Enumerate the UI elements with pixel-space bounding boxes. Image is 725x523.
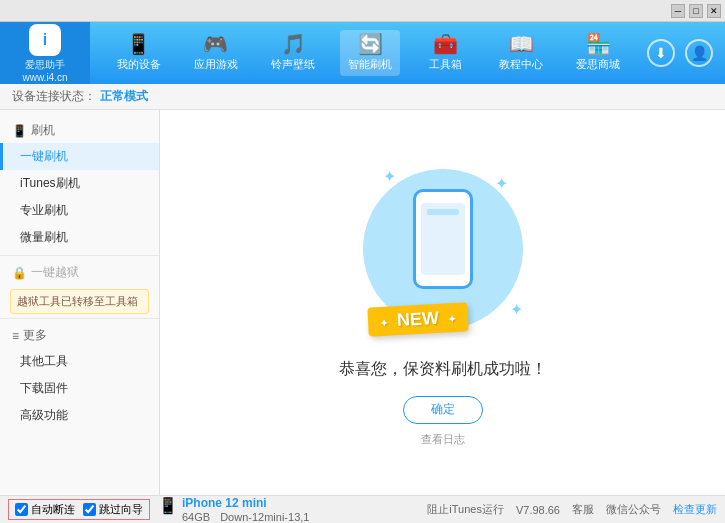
status-value: 正常模式 — [100, 88, 148, 105]
nav-bar: 📱 我的设备 🎮 应用游戏 🎵 铃声壁纸 🔄 智能刷机 🧰 工具箱 📖 教程中心… — [90, 22, 647, 84]
more-section-label: 更多 — [23, 327, 47, 344]
sidebar-item-one-click-flash[interactable]: 一键刷机 — [0, 143, 159, 170]
device-info: 📱 iPhone 12 mini 64GB Down-12mini-13,1 — [158, 496, 309, 524]
nav-toolbox[interactable]: 🧰 工具箱 — [418, 30, 474, 76]
jailbreak-warning-text: 越狱工具已转移至工具箱 — [17, 295, 138, 307]
phone-screen — [421, 203, 465, 275]
other-tools-label: 其他工具 — [20, 354, 68, 368]
micro-flash-label: 微量刷机 — [20, 230, 68, 244]
itunes-flash-label: iTunes刷机 — [20, 176, 80, 190]
nav-tutorial[interactable]: 📖 教程中心 — [491, 30, 551, 76]
sparkle-2: ✦ — [495, 174, 508, 193]
advanced-label: 高级功能 — [20, 408, 68, 422]
nav-app-game-label: 应用游戏 — [194, 57, 238, 72]
tutorial-icon: 📖 — [509, 34, 534, 54]
auto-disconnect-label: 自动断连 — [31, 502, 75, 517]
nav-tutorial-label: 教程中心 — [499, 57, 543, 72]
nav-ringtone-label: 铃声壁纸 — [271, 57, 315, 72]
check-update-link[interactable]: 检查更新 — [673, 502, 717, 517]
smart-flash-icon: 🔄 — [358, 34, 383, 54]
sidebar-item-advanced[interactable]: 高级功能 — [0, 402, 159, 429]
bottom-bar: 自动断连 跳过向导 📱 iPhone 12 mini 64GB Down-12m… — [0, 495, 725, 523]
nav-my-device-label: 我的设备 — [117, 57, 161, 72]
sidebar-item-other-tools[interactable]: 其他工具 — [0, 348, 159, 375]
phone-body — [413, 189, 473, 289]
new-badge: NEW — [367, 302, 468, 336]
nav-toolbox-label: 工具箱 — [429, 57, 462, 72]
device-text: iPhone 12 mini 64GB Down-12mini-13,1 — [182, 496, 309, 524]
close-button[interactable]: ✕ — [707, 4, 721, 18]
auto-disconnect-input[interactable] — [15, 503, 28, 516]
header-right: ⬇ 👤 — [647, 39, 725, 67]
header: i 爱思助手 www.i4.cn 📱 我的设备 🎮 应用游戏 🎵 铃声壁纸 🔄 … — [0, 22, 725, 84]
sidebar-item-download-firmware[interactable]: 下载固件 — [0, 375, 159, 402]
status-label: 设备连接状态： — [12, 88, 96, 105]
divider-1 — [0, 255, 159, 256]
auto-disconnect-checkbox[interactable]: 自动断连 — [15, 502, 75, 517]
nav-apple-store[interactable]: 🏪 爱思商城 — [568, 30, 628, 76]
skip-wizard-input[interactable] — [83, 503, 96, 516]
checkbox-container: 自动断连 跳过向导 — [8, 499, 150, 520]
flash-section-label: 刷机 — [31, 122, 55, 139]
status-bar: 设备连接状态： 正常模式 — [0, 84, 725, 110]
nav-smart-flash[interactable]: 🔄 智能刷机 — [340, 30, 400, 76]
logo-name: 爱思助手 — [25, 58, 65, 72]
wechat-link[interactable]: 微信公众号 — [606, 502, 661, 517]
bottom-footer-link[interactable]: 阻止iTunes运行 — [427, 502, 504, 517]
nav-ringtone[interactable]: 🎵 铃声壁纸 — [263, 30, 323, 76]
device-name: iPhone 12 mini — [182, 496, 267, 510]
sidebar-item-micro-flash[interactable]: 微量刷机 — [0, 224, 159, 251]
nav-app-game[interactable]: 🎮 应用游戏 — [186, 30, 246, 76]
nav-smart-flash-label: 智能刷机 — [348, 57, 392, 72]
skip-wizard-label: 跳过向导 — [99, 502, 143, 517]
ringtone-icon: 🎵 — [281, 34, 306, 54]
flash-icon: 📱 — [12, 124, 27, 138]
new-badge-text: NEW — [396, 307, 439, 329]
sidebar-item-itunes-flash[interactable]: iTunes刷机 — [0, 170, 159, 197]
sidebar-item-pro-flash[interactable]: 专业刷机 — [0, 197, 159, 224]
logo[interactable]: i 爱思助手 www.i4.cn — [0, 22, 90, 84]
download-button[interactable]: ⬇ — [647, 39, 675, 67]
user-button[interactable]: 👤 — [685, 39, 713, 67]
jailbreak-warning: 越狱工具已转移至工具箱 — [10, 289, 149, 314]
minimize-button[interactable]: ─ — [671, 4, 685, 18]
jailbreak-section-label: 一键越狱 — [31, 264, 79, 281]
my-device-icon: 📱 — [126, 34, 151, 54]
sidebar: 📱 刷机 一键刷机 iTunes刷机 专业刷机 微量刷机 🔒 一键越狱 越狱工具… — [0, 110, 160, 495]
title-bar: ─ □ ✕ — [0, 0, 725, 22]
revisit-log-link[interactable]: 查看日志 — [421, 432, 465, 447]
nav-my-device[interactable]: 📱 我的设备 — [109, 30, 169, 76]
toolbox-icon: 🧰 — [433, 34, 458, 54]
logo-url: www.i4.cn — [22, 72, 67, 83]
more-section-header: ≡ 更多 — [0, 323, 159, 348]
confirm-button[interactable]: 确定 — [403, 396, 483, 424]
device-phone-icon: 📱 — [158, 496, 178, 515]
main-area: 📱 刷机 一键刷机 iTunes刷机 专业刷机 微量刷机 🔒 一键越狱 越狱工具… — [0, 110, 725, 495]
download-firmware-label: 下载固件 — [20, 381, 68, 395]
maximize-button[interactable]: □ — [689, 4, 703, 18]
logo-icon: i — [29, 24, 61, 56]
content-area: ✦ ✦ ✦ NEW 恭喜您，保资料刷机成功啦！ 确定 查看日志 — [160, 110, 725, 495]
version-label: V7.98.66 — [516, 504, 560, 516]
flash-section-header: 📱 刷机 — [0, 118, 159, 143]
device-os: Down-12mini-13,1 — [220, 511, 309, 523]
device-storage: 64GB — [182, 511, 210, 523]
pro-flash-label: 专业刷机 — [20, 203, 68, 217]
bottom-left: 自动断连 跳过向导 📱 iPhone 12 mini 64GB Down-12m… — [8, 496, 427, 524]
bottom-right: 阻止iTunes运行 V7.98.66 客服 微信公众号 检查更新 — [427, 502, 717, 517]
success-message: 恭喜您，保资料刷机成功啦！ — [339, 359, 547, 380]
more-icon: ≡ — [12, 329, 19, 343]
divider-2 — [0, 318, 159, 319]
sparkle-1: ✦ — [383, 167, 396, 186]
nav-apple-store-label: 爱思商城 — [576, 57, 620, 72]
jailbreak-section-header: 🔒 一键越狱 — [0, 260, 159, 285]
phone-illustration: ✦ ✦ ✦ NEW — [353, 159, 533, 339]
one-click-flash-label: 一键刷机 — [20, 149, 68, 163]
skip-wizard-checkbox[interactable]: 跳过向导 — [83, 502, 143, 517]
apple-store-icon: 🏪 — [586, 34, 611, 54]
app-game-icon: 🎮 — [203, 34, 228, 54]
sparkle-3: ✦ — [510, 300, 523, 319]
window-controls[interactable]: ─ □ ✕ — [671, 4, 721, 18]
customer-service-link[interactable]: 客服 — [572, 502, 594, 517]
